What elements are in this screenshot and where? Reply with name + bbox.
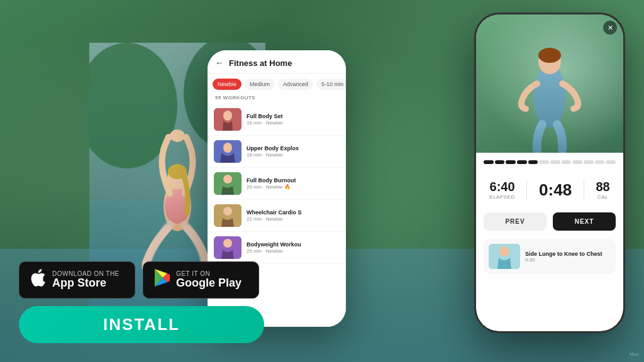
store-buttons: Download on the App Store GET IT ON Goog… — [19, 261, 264, 299]
stat-divider-1 — [526, 180, 527, 199]
phone-1-title: Fitness at Home — [229, 58, 292, 68]
stats-row: 6:40 ELAPSED 0:48 88 CAL — [484, 177, 616, 203]
prog-seg-12 — [606, 160, 616, 164]
phone-1-header: ← Fitness at Home — [208, 50, 346, 74]
workout-name-5: Bodyweight Workou — [247, 241, 340, 249]
prog-seg-11 — [595, 160, 605, 164]
workout-meta-3: 20 min · Newbie 🔥 — [247, 184, 340, 190]
stat-timer: 0:48 — [539, 180, 572, 200]
workout-info-4: Wheelchair Cardio S 22 min · Newbie — [247, 209, 340, 222]
workout-list: Full Body Set 16 min · Newbie Upper Body… — [208, 104, 346, 264]
stat-elapsed: 6:40 ELAPSED — [489, 180, 514, 200]
workout-count: 95 WORKOUTS — [208, 95, 346, 104]
svg-point-14 — [223, 175, 232, 184]
google-play-button[interactable]: GET IT ON Google Play — [143, 261, 259, 299]
prog-seg-1 — [484, 160, 494, 164]
workout-thumb-1 — [214, 108, 242, 131]
app-store-main: App Store — [52, 277, 119, 290]
progress-bar-area — [484, 160, 616, 164]
svg-point-18 — [223, 239, 232, 248]
prev-button[interactable]: PREV — [484, 212, 547, 231]
close-icon[interactable]: ✕ — [603, 21, 617, 35]
prog-seg-3 — [506, 160, 516, 164]
workout-info-3: Full Body Burnout 20 min · Newbie 🔥 — [247, 177, 340, 190]
apple-icon — [30, 268, 46, 292]
prog-seg-10 — [584, 160, 594, 164]
workout-name-4: Wheelchair Cardio S — [247, 209, 340, 217]
next-exercise-duration: 0:20 — [525, 257, 611, 263]
back-arrow-icon[interactable]: ← — [215, 58, 224, 68]
next-exercise-thumb — [489, 244, 520, 269]
filter-5-10[interactable]: 5-10 min — [316, 79, 346, 90]
filter-advanced[interactable]: Advanced — [278, 79, 313, 90]
workout-item-1[interactable]: Full Body Set 16 min · Newbie — [208, 104, 346, 136]
workout-name-3: Full Body Burnout — [247, 177, 340, 185]
workout-thumb-2 — [214, 140, 242, 163]
hero-woman-figure — [499, 33, 600, 153]
workout-name-2: Upper Body Explos — [247, 145, 340, 153]
progress-segments — [484, 160, 616, 164]
prog-seg-2 — [495, 160, 505, 164]
svg-point-12 — [223, 143, 232, 153]
calories-label: CAL — [596, 194, 609, 200]
svg-point-6 — [170, 129, 185, 142]
workout-detail-body: 6:40 ELAPSED 0:48 88 CAL PREV NEXT — [476, 153, 623, 331]
watermark: Muz — [630, 351, 639, 357]
svg-point-10 — [223, 111, 232, 121]
workout-info-1: Full Body Set 16 min · Newbie — [247, 113, 340, 126]
workout-item-2[interactable]: Upper Body Explos 18 min · Newbie — [208, 136, 346, 168]
workout-info-2: Upper Body Explos 18 min · Newbie — [247, 145, 340, 158]
workout-hero-image: ✕ — [476, 14, 623, 153]
next-exercise: Side Lunge to Knee to Chest 0:20 — [484, 239, 616, 274]
google-play-main: Google Play — [176, 277, 242, 290]
prog-seg-7 — [550, 160, 560, 164]
workout-name-1: Full Body Set — [247, 113, 340, 121]
workout-item-5[interactable]: Bodyweight Workou 25 min · Newbie — [208, 232, 346, 264]
install-button[interactable]: INSTALL — [19, 306, 264, 343]
workout-meta-5: 25 min · Newbie — [247, 248, 340, 254]
svg-point-23 — [499, 246, 509, 256]
workout-item-4[interactable]: Wheelchair Cardio S 22 min · Newbie — [208, 200, 346, 232]
workout-info-5: Bodyweight Workou 25 min · Newbie — [247, 241, 340, 255]
filter-medium[interactable]: Medium — [245, 79, 275, 90]
filter-bar: Newbie Medium Advanced 5-10 min 10-20 mi… — [208, 74, 346, 95]
bottom-left-cta: Download on the App Store GET IT ON Goog… — [19, 261, 264, 343]
workout-thumb-5 — [214, 236, 242, 259]
phone-2-screen: ✕ — [476, 14, 623, 331]
prog-seg-5 — [528, 160, 538, 164]
google-play-text: GET IT ON Google Play — [176, 270, 242, 290]
stat-calories: 88 CAL — [596, 180, 609, 200]
phone-mockup-workout-detail: ✕ — [474, 13, 625, 333]
stat-divider-2 — [584, 180, 584, 199]
workout-thumb-4 — [214, 204, 242, 227]
elapsed-label: ELAPSED — [489, 194, 514, 200]
prog-seg-4 — [517, 160, 527, 164]
prog-seg-8 — [562, 160, 572, 164]
next-exercise-info: Side Lunge to Knee to Chest 0:20 — [525, 251, 611, 263]
prog-seg-6 — [539, 160, 549, 164]
elapsed-value: 6:40 — [489, 180, 514, 194]
workout-meta-2: 18 min · Newbie — [247, 152, 340, 158]
timer-value: 0:48 — [539, 180, 572, 200]
next-button[interactable]: NEXT — [553, 212, 616, 231]
controls-row: PREV NEXT — [484, 212, 616, 231]
install-label: INSTALL — [103, 315, 180, 334]
calories-value: 88 — [596, 180, 609, 194]
filter-newbie[interactable]: Newbie — [213, 79, 242, 90]
next-exercise-name: Side Lunge to Knee to Chest — [525, 251, 611, 257]
workout-meta-1: 16 min · Newbie — [247, 120, 340, 126]
workout-item-3[interactable]: Full Body Burnout 20 min · Newbie 🔥 — [208, 168, 346, 200]
workout-meta-4: 22 min · Newbie — [247, 216, 340, 222]
workout-thumb-3 — [214, 172, 242, 195]
app-store-button[interactable]: Download on the App Store — [19, 261, 135, 299]
prog-seg-9 — [572, 160, 582, 164]
google-play-icon — [153, 269, 170, 291]
app-store-text: Download on the App Store — [52, 270, 119, 290]
svg-point-21 — [538, 48, 561, 63]
svg-point-16 — [223, 207, 232, 216]
